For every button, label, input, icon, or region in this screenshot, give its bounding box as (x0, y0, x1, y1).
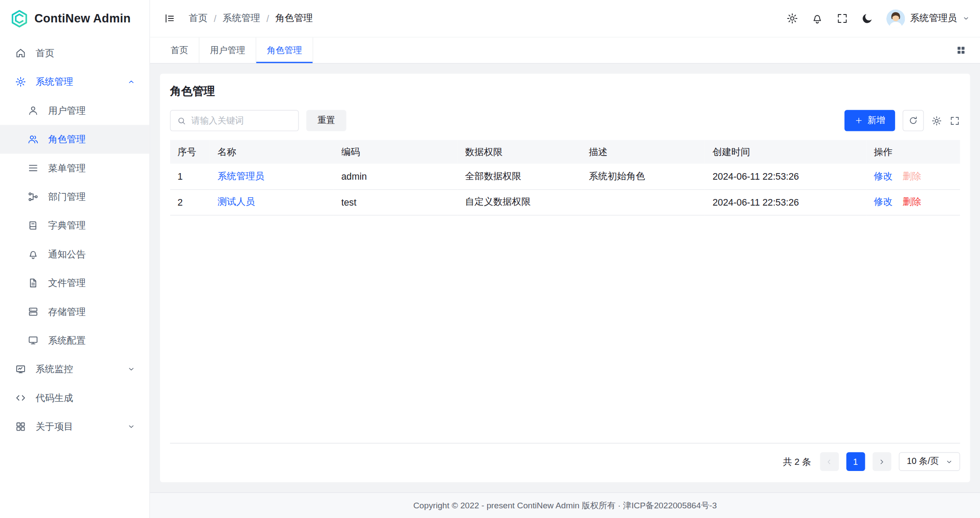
column-header: 编码 (334, 140, 457, 163)
tab-role-management[interactable]: 角色管理 (256, 37, 313, 63)
sidebar-item-dict-management[interactable]: 字典管理 (0, 211, 149, 240)
sidebar-item-label: 菜单管理 (48, 162, 135, 174)
menu-fold-icon[interactable] (160, 9, 179, 28)
sidebar-item-system-management[interactable]: 系统管理 (0, 68, 149, 96)
sidebar-menu: 首页系统管理用户管理角色管理菜单管理部门管理字典管理通知公告文件管理存储管理系统… (0, 37, 149, 518)
sidebar-item-label: 首页 (36, 47, 135, 59)
cell-data-scope: 自定义数据权限 (458, 189, 581, 215)
column-header: 数据权限 (458, 140, 581, 163)
sidebar-item-menu-management[interactable]: 菜单管理 (0, 154, 149, 182)
home-icon (15, 47, 26, 59)
refresh-button[interactable] (903, 110, 924, 131)
cell-created-at: 2024-06-11 22:53:26 (705, 189, 867, 215)
tab-home[interactable]: 首页 (160, 37, 200, 63)
app-window: ContiNew Admin 首页系统管理用户管理角色管理菜单管理部门管理字典管… (0, 0, 980, 518)
add-button[interactable]: 新增 (845, 110, 895, 131)
dictionary-icon (28, 220, 39, 231)
chevron-up-icon (127, 77, 136, 86)
plus-icon (854, 116, 863, 125)
menu-list-icon (28, 163, 39, 174)
page-size-select[interactable]: 10 条/页 (899, 452, 960, 471)
table-fullscreen-icon[interactable] (950, 115, 960, 126)
file-icon (28, 277, 39, 289)
chevron-down-icon (962, 14, 970, 22)
tabbar: 首页用户管理角色管理 (150, 37, 980, 64)
reset-button[interactable]: 重置 (306, 110, 346, 131)
sidebar-item-label: 字典管理 (48, 220, 135, 232)
chevron-down-icon (127, 422, 136, 431)
column-header: 名称 (210, 140, 334, 163)
user-menu[interactable]: 系统管理员 (886, 9, 970, 28)
sidebar-item-code-generation[interactable]: 代码生成 (0, 384, 149, 412)
tab-user-management[interactable]: 用户管理 (200, 37, 256, 63)
toolbar: 重置 新增 (170, 110, 960, 131)
sidebar-item-role-management[interactable]: 角色管理 (0, 125, 149, 153)
breadcrumb: 首页 / 系统管理 / 角色管理 (189, 12, 313, 24)
tab-label: 首页 (171, 45, 188, 56)
column-settings-icon[interactable] (931, 115, 942, 126)
notification-icon[interactable] (808, 9, 827, 28)
cell-created-at: 2024-06-11 22:53:26 (705, 163, 867, 189)
sidebar-item-label: 用户管理 (48, 105, 135, 116)
pagination-prev-button[interactable] (820, 452, 839, 471)
copyright-text: Copyright © 2022 - present ContiNew Admi… (413, 500, 717, 511)
breadcrumb-item-current: 角色管理 (275, 12, 313, 24)
cell-index: 1 (170, 163, 210, 189)
header: 首页 / 系统管理 / 角色管理 (150, 0, 980, 37)
sidebar-item-notice[interactable]: 通知公告 (0, 240, 149, 268)
page-title: 角色管理 (170, 84, 960, 99)
table-actions: 新增 (845, 110, 960, 131)
role-name-link[interactable]: 测试人员 (218, 196, 255, 206)
search-icon (177, 116, 186, 125)
keyword-input[interactable] (191, 116, 292, 126)
sidebar-item-label: 通知公告 (48, 248, 135, 260)
sidebar-item-department-management[interactable]: 部门管理 (0, 182, 149, 211)
sidebar-item-label: 文件管理 (48, 277, 135, 289)
apps-grid-icon[interactable] (951, 41, 970, 60)
edit-link[interactable]: 修改 (874, 170, 893, 181)
column-header: 操作 (866, 140, 960, 163)
sidebar-item-storage-management[interactable]: 存储管理 (0, 297, 149, 326)
dark-mode-icon[interactable] (858, 9, 877, 28)
cell-data-scope: 全部数据权限 (458, 163, 581, 189)
sidebar-item-label: 关于项目 (36, 421, 117, 433)
breadcrumb-item-home[interactable]: 首页 (189, 12, 208, 24)
sidebar-item-label: 角色管理 (48, 134, 135, 145)
refresh-icon (908, 116, 918, 126)
storage-icon (28, 306, 39, 318)
delete-link[interactable]: 删除 (903, 170, 922, 181)
chevron-down-icon (127, 365, 136, 373)
pagination-page-1[interactable]: 1 (846, 452, 865, 471)
logo: ContiNew Admin (0, 0, 149, 37)
sidebar-item-label: 存储管理 (48, 306, 135, 318)
sidebar-item-label: 系统配置 (48, 334, 135, 346)
sidebar-item-home[interactable]: 首页 (0, 39, 149, 67)
sidebar-item-label: 系统管理 (36, 76, 117, 88)
roles-table: 序号名称编码数据权限描述创建时间操作 1系统管理员admin全部数据权限系统初始… (170, 140, 960, 443)
sidebar-item-system-monitor[interactable]: 系统监控 (0, 355, 149, 384)
table-header-row: 序号名称编码数据权限描述创建时间操作 (170, 140, 960, 163)
edit-link[interactable]: 修改 (874, 196, 893, 206)
avatar (886, 9, 905, 28)
role-name-link[interactable]: 系统管理员 (218, 170, 265, 181)
tab-label: 角色管理 (267, 45, 302, 56)
settings-icon[interactable] (783, 9, 801, 28)
sidebar-item-label: 部门管理 (48, 191, 135, 203)
pagination-next-button[interactable] (872, 452, 891, 471)
sidebar-item-system-config[interactable]: 系统配置 (0, 326, 149, 355)
code-icon (15, 392, 26, 404)
breadcrumb-separator: / (266, 13, 269, 24)
column-header: 描述 (581, 140, 705, 163)
sidebar-item-file-management[interactable]: 文件管理 (0, 268, 149, 297)
breadcrumb-separator: / (214, 13, 216, 24)
search-input[interactable] (170, 110, 299, 131)
cell-index: 2 (170, 189, 210, 215)
sidebar-item-user-management[interactable]: 用户管理 (0, 96, 149, 125)
footer: Copyright © 2022 - present ContiNew Admi… (150, 492, 980, 518)
breadcrumb-item-system[interactable]: 系统管理 (222, 12, 260, 24)
cell-description: 系统初始角色 (581, 163, 705, 189)
sidebar-item-about-project[interactable]: 关于项目 (0, 412, 149, 441)
add-button-label: 新增 (867, 115, 885, 127)
fullscreen-icon[interactable] (833, 9, 852, 28)
delete-link[interactable]: 删除 (903, 196, 922, 206)
